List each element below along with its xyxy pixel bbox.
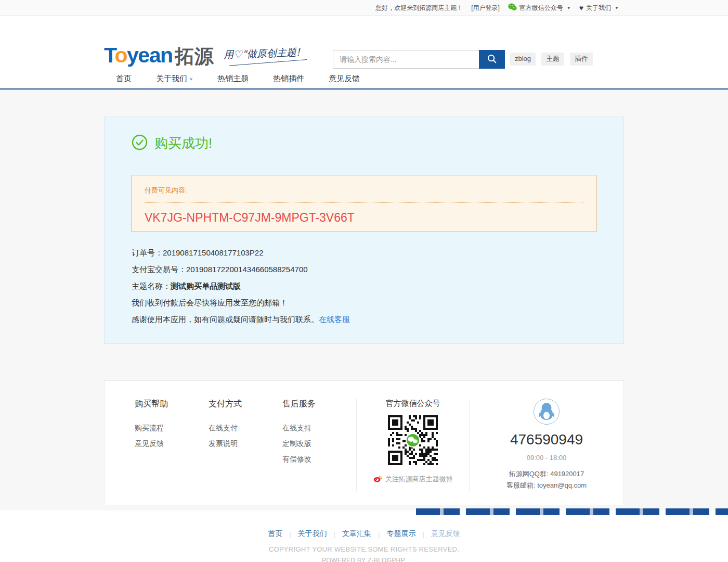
main-nav: 首页关于我们∨热销主题热销插件意见反馈 <box>0 69 728 90</box>
nav-item-label: 热销主题 <box>217 74 249 84</box>
bottom-link-1[interactable]: 关于我们 <box>298 529 327 539</box>
topbar-wechat[interactable]: 官方微信公众号 ▼ <box>508 3 571 12</box>
nav-item-3[interactable]: 热销插件 <box>273 74 304 84</box>
caret-down-icon: ▼ <box>567 6 571 10</box>
welcome-text: 您好，欢迎来到拓源商店主题！ <box>375 4 463 12</box>
nav-item-label: 热销插件 <box>273 74 304 84</box>
link-separator: | <box>289 530 291 538</box>
search-icon <box>486 53 498 66</box>
qq-number: 476590949 <box>470 431 623 448</box>
nav-item-2[interactable]: 热销主题 <box>217 74 249 84</box>
topbar-about[interactable]: ♥ 关于我们 ▼ <box>579 4 619 12</box>
footer-column-title: 购买帮助 <box>135 399 209 410</box>
license-code: VK7JG-NPHTM-C97JM-9MPGT-3V66T <box>145 211 583 224</box>
theme-name-row: 主题名称：测试购买单品测试版 <box>132 278 596 295</box>
link-separator: | <box>378 530 380 538</box>
heart-icon: ♥ <box>579 4 583 11</box>
caret-down-icon: ▼ <box>615 6 619 10</box>
thanks-note-row: 感谢使用本应用，如有问题或疑问请随时与我们联系。在线客服 <box>132 311 596 328</box>
email-note-row: 我们收到付款后会尽快将应用发至您的邮箱！ <box>132 295 596 311</box>
qq-icon <box>534 399 560 425</box>
chevron-down-icon: ∨ <box>189 76 193 81</box>
nav-item-4[interactable]: 意见反馈 <box>329 74 360 84</box>
nav-item-label: 意见反馈 <box>329 74 360 84</box>
alipay-number-row: 支付宝交易号：2019081722001434660588254700 <box>132 261 596 278</box>
qq-contact-section: 476590949 09:00 - 18:00 拓源网QQ群: 49192001… <box>470 399 623 491</box>
logo-cn: 拓源 <box>175 47 214 66</box>
nav-item-label: 关于我们 <box>156 74 187 84</box>
service-email: 客服邮箱: toyean@qq.com <box>470 480 623 491</box>
order-details: 订单号：20190817150408177103P22 支付宝交易号：20190… <box>132 245 596 328</box>
footer-card: 购买帮助购买流程意见反馈支付方式在线支付发票说明售后服务在线支持定制改版有偿修改… <box>104 380 624 505</box>
bottom-link-3[interactable]: 专题展示 <box>386 529 415 539</box>
footer-column-1: 支付方式在线支付发票说明 <box>209 399 282 491</box>
topbar: 您好，欢迎来到拓源商店主题！ [用户登录] 官方微信公众号 ▼ ♥ 关于我们 ▼ <box>0 0 728 16</box>
paid-content-box: 付费可见内容: VK7JG-NPHTM-C97JM-9MPGT-3V66T <box>132 175 596 232</box>
tag-button-2[interactable]: 插件 <box>570 53 593 66</box>
weibo-follow[interactable]: 关注拓源商店主题微博 <box>357 475 469 484</box>
nav-item-label: 首页 <box>116 74 132 84</box>
hot-tags: zblog主题插件 <box>510 53 593 66</box>
copyright-text: COPYRIGHT YOUR WEBSITE.SOME RIGHTS RESER… <box>0 545 728 553</box>
search-bar <box>333 50 505 69</box>
success-title: 购买成功! <box>154 134 212 152</box>
footer-link[interactable]: 定制改版 <box>282 436 356 451</box>
tag-button-1[interactable]: 主题 <box>541 53 564 66</box>
footer-link[interactable]: 在线支付 <box>209 420 282 436</box>
qq-group: 拓源网QQ群: 491920017 <box>470 468 623 480</box>
service-hours: 09:00 - 18:00 <box>470 454 623 462</box>
bottom-link-2[interactable]: 文章汇集 <box>342 529 371 539</box>
success-header: 购买成功! <box>132 134 596 152</box>
link-separator: | <box>422 530 424 538</box>
link-separator: | <box>334 530 335 538</box>
weibo-icon <box>373 475 382 484</box>
check-circle-icon <box>132 134 148 152</box>
topbar-about-label: 关于我们 <box>586 4 611 12</box>
footer-column-title: 支付方式 <box>209 399 282 410</box>
search-input[interactable] <box>333 50 479 69</box>
purchase-success-panel: 购买成功! 付费可见内容: VK7JG-NPHTM-C97JM-9MPGT-3V… <box>104 117 624 344</box>
powered-by-text: POWERED BY Z-BLOGPHP. <box>0 557 728 562</box>
footer-column-2: 售后服务在线支持定制改版有偿修改 <box>282 399 356 491</box>
footer-link[interactable]: 意见反馈 <box>135 436 209 451</box>
order-number-row: 订单号：20190817150408177103P22 <box>132 245 596 261</box>
weibo-label: 关注拓源商店主题微博 <box>385 475 453 484</box>
alipay-number-value: 2019081722001434660588254700 <box>186 265 308 274</box>
theme-name-value: 测试购买单品测试版 <box>171 282 241 290</box>
footer-link[interactable]: 购买流程 <box>135 420 209 436</box>
footer-link[interactable]: 发票说明 <box>209 436 282 451</box>
footer-link-columns: 购买帮助购买流程意见反馈支付方式在线支付发票说明售后服务在线支持定制改版有偿修改 <box>105 399 356 491</box>
clipped-text-artifact <box>416 508 728 515</box>
footer-link[interactable]: 有偿修改 <box>282 451 356 467</box>
slogan-underline <box>229 59 307 66</box>
site-header: Toyean 拓源 用♡"做原创主题! zblog主题插件 <box>0 16 728 69</box>
site-logo[interactable]: Toyean 拓源 <box>104 45 214 66</box>
main-area: 购买成功! 付费可见内容: VK7JG-NPHTM-C97JM-9MPGT-3V… <box>0 90 728 510</box>
login-link[interactable]: [用户登录] <box>471 4 500 12</box>
footer-column-0: 购买帮助购买流程意见反馈 <box>135 399 209 491</box>
paid-content-label: 付费可见内容: <box>145 186 583 195</box>
bottom-footer: 首页|关于我们|文章汇集|专题展示|意见反馈 COPYRIGHT YOUR WE… <box>0 510 728 562</box>
bottom-link-0[interactable]: 首页 <box>268 529 282 539</box>
logo-en: Toyean <box>104 45 173 66</box>
footer-link[interactable]: 在线支持 <box>282 420 356 436</box>
bottom-link-4[interactable]: 意见反馈 <box>431 529 460 539</box>
wechat-icon <box>508 3 517 12</box>
wechat-qr-title: 官方微信公众号 <box>357 399 469 408</box>
order-number-value: 20190817150408177103P22 <box>163 248 264 257</box>
tag-button-0[interactable]: zblog <box>510 53 536 66</box>
nav-item-0[interactable]: 首页 <box>116 74 132 84</box>
nav-item-1[interactable]: 关于我们∨ <box>156 74 193 84</box>
footer-column-title: 售后服务 <box>282 399 356 410</box>
wechat-qr-section: 官方微信公众号 关注拓源商店主题微博 <box>356 399 470 491</box>
dotted-divider <box>145 202 583 203</box>
slogan: 用♡"做原创主题! <box>224 45 307 65</box>
online-service-link[interactable]: 在线客服 <box>319 315 350 324</box>
bottom-links: 首页|关于我们|文章汇集|专题展示|意见反馈 <box>0 529 728 539</box>
search-button[interactable] <box>479 50 505 69</box>
wechat-qr-code <box>388 415 438 465</box>
topbar-wechat-label: 官方微信公众号 <box>519 4 563 12</box>
